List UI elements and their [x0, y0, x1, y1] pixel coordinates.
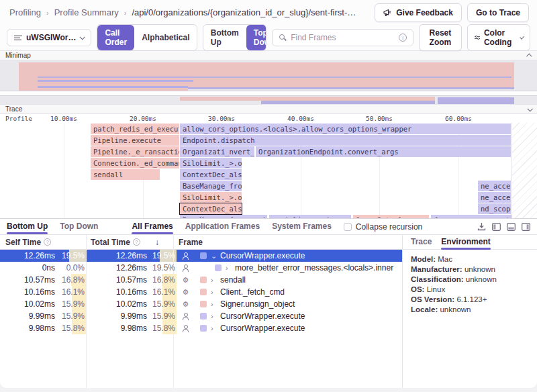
- detail-row: Manufacturer: unknown: [411, 264, 529, 275]
- frame-name: CursorWrapper.execute: [220, 251, 305, 260]
- self-time-value: 12.26ms: [0, 251, 55, 260]
- chevron-right-icon[interactable]: ›: [211, 312, 216, 320]
- flame-frame[interactable]: ne_access: [478, 181, 511, 191]
- toolbar: uWSGIWor… Call Order Alphabetical Left H…: [0, 25, 537, 50]
- dock-left-icon[interactable]: [492, 223, 501, 231]
- flame-frame[interactable]: Connection._ed_command: [91, 158, 179, 168]
- flame-frame[interactable]: OrganizationEndpoint.convert_args: [256, 146, 511, 157]
- download-icon[interactable]: [477, 222, 486, 231]
- breadcrumb-profiling[interactable]: Profiling: [9, 7, 41, 17]
- dock-bottom-icon[interactable]: [507, 223, 516, 231]
- tab-trace[interactable]: Trace: [411, 236, 432, 249]
- sliders-icon: [475, 34, 480, 41]
- table-row[interactable]: 10.57ms16.8%10.57ms16.8%⚙›sendall: [0, 274, 402, 286]
- bottom-panel: Bottom Up Top Down All Frames Applicatio…: [0, 218, 537, 388]
- table-row[interactable]: 9.99ms15.9%9.99ms15.9%›CursorWrapper.exe…: [0, 310, 402, 322]
- detail-row: Model: Mac: [411, 254, 529, 264]
- time-tick: 10.00ms: [50, 115, 77, 122]
- flame-frame[interactable]: allow_cors_options.<locals>.allow_cors_o…: [180, 124, 511, 134]
- sort-alphabetical-button[interactable]: Alphabetical: [134, 30, 197, 46]
- search-input[interactable]: [291, 33, 395, 42]
- help-icon[interactable]: ?: [44, 238, 51, 246]
- collapse-recursion-toggle[interactable]: Collapse recursion: [344, 222, 422, 232]
- table-rows: 12.26ms19.5%12.26ms19.5%⌄CursorWrapper.e…: [0, 250, 402, 334]
- frame-name: Client._fetch_cmd: [220, 287, 285, 297]
- axis-profile-label: Profile: [5, 115, 32, 122]
- breadcrumb: Profiling › Profile Summary › /api/0/org…: [9, 7, 356, 17]
- flame-frame[interactable]: BaseManage_from_c: [180, 181, 242, 191]
- time-tick: 20.00ms: [130, 115, 156, 122]
- sort-desc-icon[interactable]: ↓: [155, 238, 173, 247]
- thread-selector-dropdown[interactable]: uWSGIWor…: [7, 29, 91, 46]
- total-time-percent: 15.9%: [147, 299, 177, 309]
- collapse-trace-icon[interactable]: [527, 106, 532, 111]
- flame-frame[interactable]: patch_redis_ed_execute: [91, 124, 179, 134]
- chevron-right-icon[interactable]: ›: [211, 288, 216, 296]
- flamegraph[interactable]: patch_redis_ed_executeallow_cors_options…: [0, 123, 537, 218]
- flame-frame[interactable]: Pipeline._e_ransaction: [91, 146, 179, 157]
- total-time-percent: 19.5%: [147, 251, 177, 260]
- flame-frame[interactable]: Endpoint.dispatch: [180, 135, 511, 146]
- table-row[interactable]: 10.16ms16.1%10.16ms16.1%⚙›Client._fetch_…: [0, 286, 402, 298]
- color-coding-dropdown[interactable]: Color Coding: [467, 24, 530, 51]
- dock-right-icon[interactable]: [522, 223, 530, 231]
- gear-icon: ⚙: [177, 276, 195, 285]
- give-feedback-button[interactable]: Give Feedback: [375, 3, 462, 22]
- direction-top-down-button[interactable]: Top Down: [246, 25, 266, 50]
- minimap-viewport[interactable]: [0, 91, 537, 96]
- flame-frame-selected[interactable]: ContextDec_als>.i: [180, 203, 242, 214]
- trace-header: Trace: [0, 104, 537, 114]
- chevron-right-icon[interactable]: ›: [226, 264, 231, 272]
- chevron-right-icon[interactable]: ›: [211, 276, 216, 284]
- table-row[interactable]: 12.26ms19.5%12.26ms19.5%⌄CursorWrapper.e…: [0, 250, 402, 262]
- chevron-down-icon: [520, 35, 524, 40]
- total-time-percent: 15.9%: [147, 311, 177, 321]
- collapse-minimap-icon[interactable]: [526, 53, 532, 58]
- total-time-percent: 16.8%: [147, 275, 177, 285]
- total-time-value: 9.99ms: [86, 311, 147, 321]
- tab-application-frames[interactable]: Application Frames: [185, 219, 260, 234]
- frame-column-header[interactable]: Frame: [173, 238, 203, 247]
- flame-frame[interactable]: ContextDec_als>.i: [180, 169, 242, 180]
- flame-frame[interactable]: ne_access: [478, 192, 511, 203]
- self-time-percent: 19.5%: [55, 251, 86, 260]
- flame-frame[interactable]: nd_scopes: [478, 203, 511, 214]
- tab-top-down[interactable]: Top Down: [60, 219, 98, 234]
- frame-color-swatch: [200, 325, 207, 332]
- chevron-right-icon[interactable]: ›: [211, 324, 216, 332]
- column-divider[interactable]: [86, 235, 87, 388]
- tab-environment[interactable]: Environment: [441, 236, 490, 249]
- tab-all-frames[interactable]: All Frames: [132, 219, 173, 234]
- minimap-canvas[interactable]: [0, 60, 537, 104]
- table-row[interactable]: 10.02ms15.9%10.02ms15.9%⚙›Signer.unsign_…: [0, 298, 402, 310]
- minimap-block: [38, 80, 193, 82]
- chevron-right-icon[interactable]: ›: [211, 300, 216, 308]
- flame-frame[interactable]: Organizati_nvert_args: [180, 146, 254, 157]
- gridline: [64, 123, 64, 218]
- breadcrumb-profile-summary[interactable]: Profile Summary: [54, 7, 119, 17]
- sort-call-order-button[interactable]: Call Order: [97, 25, 134, 50]
- flame-frame[interactable]: SiloLimit._>.over: [180, 192, 242, 203]
- self-time-value: 0ns: [0, 263, 55, 273]
- environment-details: Model: MacManufacturer: unknownClassific…: [403, 250, 537, 320]
- find-frames-search[interactable]: i: [272, 29, 413, 46]
- total-time-percent: 19.5%: [147, 263, 177, 273]
- flame-frame[interactable]: sendall: [91, 169, 160, 180]
- help-icon[interactable]: ?: [133, 238, 140, 246]
- tab-system-frames[interactable]: System Frames: [272, 219, 332, 234]
- chevron-down-icon[interactable]: ⌄: [211, 252, 216, 260]
- tab-bottom-up[interactable]: Bottom Up: [7, 219, 48, 234]
- minimap-label: Minimap: [5, 52, 31, 59]
- go-to-trace-button[interactable]: Go to Trace: [467, 3, 529, 22]
- total-time-column-header[interactable]: Total Time ?: [86, 238, 155, 247]
- self-time-column-header[interactable]: Self Time ?: [0, 238, 86, 247]
- self-time-value: 10.16ms: [0, 287, 55, 297]
- direction-bottom-up-button[interactable]: Bottom Up: [203, 25, 246, 50]
- flame-frame[interactable]: SiloLimit._>.over: [180, 158, 242, 168]
- table-row[interactable]: 9.98ms15.8%9.98ms15.8%›CursorWrapper.exe…: [0, 322, 402, 334]
- self-time-percent: 15.8%: [55, 324, 86, 333]
- reset-zoom-button[interactable]: Reset Zoom: [419, 24, 462, 51]
- flame-frame[interactable]: Pipeline.execute: [91, 135, 179, 146]
- table-row[interactable]: 0ns0.0%12.26ms19.5%›more_better_error_me…: [0, 262, 402, 274]
- collapse-recursion-checkbox[interactable]: [344, 223, 352, 231]
